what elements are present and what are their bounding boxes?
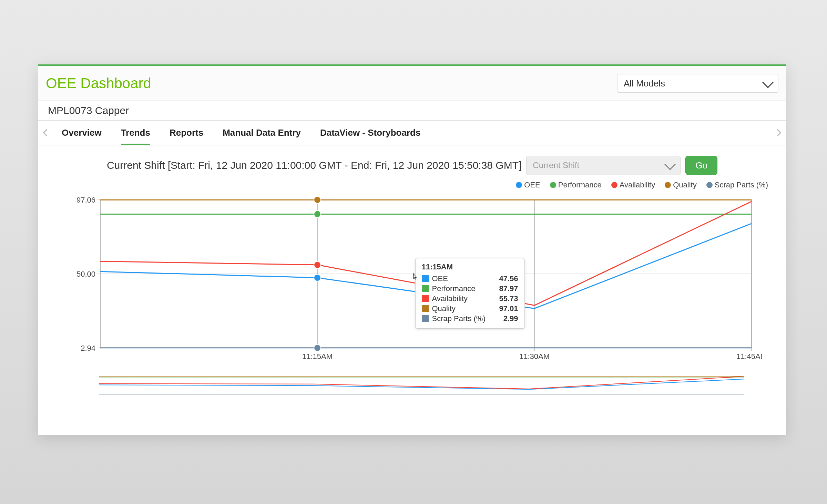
equipment-subtitle: MPL0073 Capper <box>38 101 786 121</box>
tab-overview[interactable]: Overview <box>62 121 102 144</box>
tooltip-label: OEE <box>432 274 489 283</box>
series-color-icon <box>422 285 429 292</box>
shift-select-placeholder: Current Shift <box>533 161 579 170</box>
svg-point-17 <box>314 211 321 218</box>
mini-overview <box>98 375 769 395</box>
tooltip-label: Performance <box>432 284 489 293</box>
legend-dot-icon <box>611 182 617 188</box>
tab-reports[interactable]: Reports <box>170 121 203 144</box>
series-color-icon <box>422 275 429 282</box>
chart-wrap: 2.9450.0097.0611:15AM11:30AM11:45AM 11:1… <box>52 196 772 369</box>
series-color-icon <box>422 315 429 322</box>
legend-item-scrap-parts-[interactable]: Scrap Parts (%) <box>706 181 768 189</box>
legend-dot-icon <box>516 182 522 188</box>
tooltip-label: Scrap Parts (%) <box>432 314 489 323</box>
mini-chart[interactable] <box>98 375 745 395</box>
tabs: OverviewTrendsReportsManual Data EntryDa… <box>52 121 420 144</box>
tabs-scroll-right[interactable] <box>772 121 786 144</box>
svg-point-16 <box>314 274 321 281</box>
tooltip-row: Quality97.01 <box>422 304 518 313</box>
shift-select[interactable]: Current Shift <box>526 156 681 175</box>
tooltip-row: OEE47.56 <box>422 274 518 283</box>
tabs-scroll-left[interactable] <box>38 121 52 144</box>
legend-dot-icon <box>706 182 713 188</box>
series-color-icon <box>422 295 429 302</box>
tab-dataview-storyboards[interactable]: DataView - Storyboards <box>320 121 420 144</box>
legend-item-quality[interactable]: Quality <box>665 181 696 189</box>
svg-text:11:45AM: 11:45AM <box>736 352 762 361</box>
chevron-down-icon <box>665 159 676 170</box>
trend-chart[interactable]: 2.9450.0097.0611:15AM11:30AM11:45AM <box>52 196 762 369</box>
svg-text:50.00: 50.00 <box>76 270 95 278</box>
svg-text:2.94: 2.94 <box>81 344 95 352</box>
legend-dot-icon <box>550 182 556 188</box>
legend-item-oee[interactable]: OEE <box>516 181 540 189</box>
tab-manual-data-entry[interactable]: Manual Data Entry <box>223 121 301 144</box>
shift-row: Current Shift [Start: Fri, 12 Jun 2020 1… <box>38 145 786 177</box>
model-select-value: All Models <box>624 78 665 89</box>
svg-text:11:30AM: 11:30AM <box>519 352 550 361</box>
page-title: OEE Dashboard <box>46 75 151 92</box>
header-bar: OEE Dashboard All Models <box>38 64 786 101</box>
svg-point-20 <box>314 344 321 351</box>
model-select[interactable]: All Models <box>617 74 778 93</box>
dashboard-panel: OEE Dashboard All Models MPL0073 Capper … <box>38 64 786 435</box>
go-button[interactable]: Go <box>685 156 717 175</box>
series-color-icon <box>422 305 429 312</box>
tooltip-value: 97.01 <box>493 304 518 313</box>
legend-item-performance[interactable]: Performance <box>550 181 602 189</box>
tooltip-row: Performance87.97 <box>422 284 518 293</box>
svg-point-19 <box>314 196 321 203</box>
tooltip-row: Availability55.73 <box>422 294 518 303</box>
tooltip-title: 11:15AM <box>422 263 518 271</box>
tooltip-value: 87.97 <box>493 284 518 293</box>
svg-point-18 <box>314 261 321 268</box>
svg-text:97.06: 97.06 <box>76 196 95 204</box>
tooltip-value: 55.73 <box>493 294 518 303</box>
cursor-pointer-icon <box>410 273 419 284</box>
tooltip-value: 2.99 <box>493 314 518 323</box>
tab-trends[interactable]: Trends <box>121 121 150 144</box>
tooltip-label: Availability <box>432 294 489 303</box>
chart-legend: OEEPerformanceAvailabilityQualityScrap P… <box>38 181 768 189</box>
tooltip-label: Quality <box>432 304 489 313</box>
chart-tooltip: 11:15AM OEE47.56Performance87.97Availabi… <box>415 258 525 329</box>
tooltip-value: 47.56 <box>493 274 518 283</box>
tooltip-row: Scrap Parts (%)2.99 <box>422 314 518 323</box>
chevron-down-icon <box>762 77 774 88</box>
shift-label: Current Shift [Start: Fri, 12 Jun 2020 1… <box>107 160 521 171</box>
legend-item-availability[interactable]: Availability <box>611 181 655 189</box>
legend-dot-icon <box>665 182 671 188</box>
svg-text:11:15AM: 11:15AM <box>302 352 333 361</box>
tabs-row: OverviewTrendsReportsManual Data EntryDa… <box>38 121 786 145</box>
